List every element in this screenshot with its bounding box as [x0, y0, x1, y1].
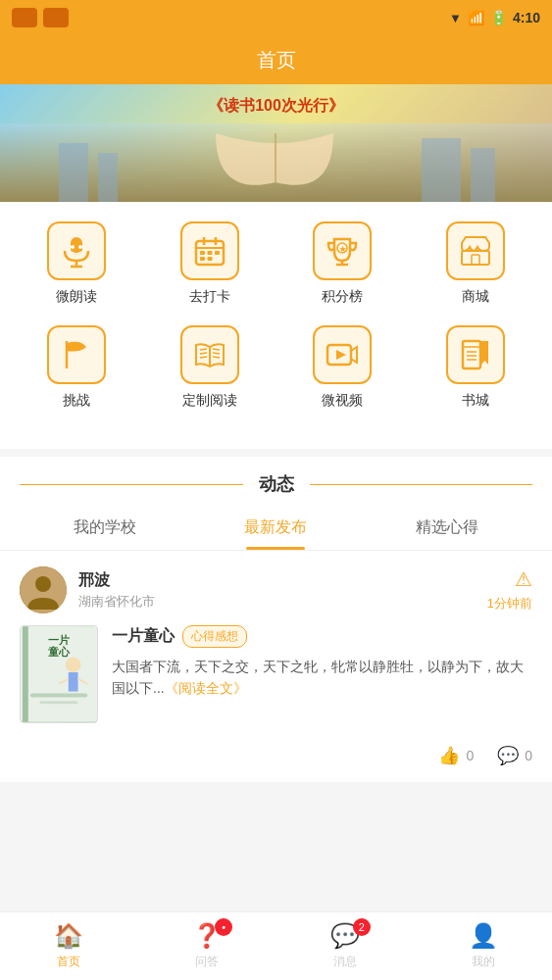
feed-user-info: 邢波 湖南省怀化市 — [78, 570, 155, 611]
qa-badge: • — [215, 918, 232, 936]
profile-label: 我的 — [472, 954, 495, 970]
svg-text:一片: 一片 — [48, 634, 70, 646]
book-title: 一片童心 — [112, 626, 175, 647]
bookopen-icon-item[interactable]: 定制阅读 — [161, 325, 259, 410]
svg-text:★: ★ — [339, 245, 347, 254]
svg-rect-2 — [98, 153, 118, 202]
battery-icon: 🔋 — [490, 10, 507, 25]
microphone-label: 微朗读 — [56, 288, 97, 306]
svg-line-33 — [213, 357, 220, 358]
profile-icon: 👤 — [469, 922, 498, 950]
calendar-icon-item[interactable]: 去打卡 — [161, 221, 259, 306]
svg-rect-46 — [69, 672, 78, 692]
video-svg — [325, 337, 360, 372]
svg-rect-49 — [30, 694, 88, 698]
flag-label: 挑战 — [63, 392, 90, 410]
bookopen-svg — [192, 337, 227, 372]
book-post: 一片 童心 一片童心 心得感想 大国者下流，天下之交，天下之牝，牝常以静胜牡，以… — [20, 625, 532, 723]
home-label: 首页 — [57, 954, 80, 970]
page-title: 首页 — [257, 47, 296, 74]
main-content: 《读书100次光行》 — [0, 84, 552, 851]
book-title-row: 一片童心 心得感想 — [112, 625, 532, 648]
icons-row-2: 挑战 定制阅读 — [10, 325, 542, 410]
svg-point-10 — [78, 245, 82, 249]
book-cover[interactable]: 一片 童心 — [20, 625, 98, 723]
svg-rect-3 — [422, 138, 461, 202]
icons-row-1: 微朗读 去打卡 — [10, 221, 542, 306]
icons-grid: 微朗读 去打卡 — [0, 202, 552, 449]
book-content: 一片童心 心得感想 大国者下流，天下之交，天下之牝，牝常以静胜牡，以静为下，故大… — [112, 625, 532, 723]
svg-rect-15 — [200, 251, 205, 255]
wifi-icon — [449, 10, 462, 25]
shop-label: 商城 — [462, 288, 489, 306]
tab-latest[interactable]: 最新发布 — [190, 506, 361, 550]
comment-button[interactable]: 💬 0 — [497, 745, 532, 766]
banner: 《读书100次光行》 — [0, 84, 552, 202]
bottom-nav: 🏠 首页 ❓ 问答 • 💬 消息 2 👤 我的 — [0, 911, 552, 980]
book-excerpt: 大国者下流，天下之交，天下之牝，牝常以静胜牡，以静为下，故大国以下...《阅读全… — [112, 656, 532, 700]
status-bar: 📶 🔋 4:10 — [0, 0, 552, 35]
action-bar: 👍 0 💬 0 — [20, 737, 532, 766]
svg-line-31 — [213, 349, 220, 350]
bookstore-icon-item[interactable]: 书城 — [427, 325, 525, 410]
svg-rect-17 — [215, 251, 220, 255]
feed-container: 邢波 湖南省怀化市 ⚠ 1分钟前 — [0, 551, 552, 782]
nav-home[interactable]: 🏠 首页 — [29, 922, 108, 970]
messages-label: 消息 — [333, 954, 357, 970]
svg-rect-50 — [40, 701, 78, 704]
svg-text:童心: 童心 — [48, 646, 71, 658]
nav-qa[interactable]: ❓ 问答 • — [168, 922, 246, 970]
calendar-svg — [192, 233, 227, 269]
nav-messages[interactable]: 💬 消息 2 — [306, 922, 384, 970]
avatar-image — [20, 566, 67, 613]
trophy-icon-item[interactable]: ★ 积分榜 — [293, 221, 391, 306]
video-icon-item[interactable]: 微视频 — [293, 325, 391, 410]
svg-rect-36 — [463, 341, 480, 368]
section-title-row: 动态 — [0, 472, 552, 506]
feed-user-left: 邢波 湖南省怀化市 — [20, 566, 155, 613]
microphone-icon-item[interactable]: 微朗读 — [27, 221, 125, 306]
svg-rect-18 — [200, 257, 205, 261]
svg-rect-25 — [472, 255, 479, 265]
svg-line-30 — [200, 357, 207, 358]
bookopen-icon-circle — [180, 325, 239, 384]
svg-rect-44 — [23, 626, 28, 722]
trophy-label: 积分榜 — [322, 288, 363, 306]
book-tag[interactable]: 心得感想 — [182, 625, 247, 648]
tab-my-school[interactable]: 我的学校 — [20, 506, 190, 550]
comment-count: 0 — [525, 748, 532, 763]
section-header: 动态 我的学校 最新发布 精选心得 — [0, 449, 552, 551]
feed-tabs: 我的学校 最新发布 精选心得 — [0, 506, 552, 551]
bookstore-svg — [458, 337, 493, 372]
like-count: 0 — [466, 748, 474, 763]
svg-line-32 — [213, 353, 220, 354]
bookopen-label: 定制阅读 — [182, 392, 237, 410]
like-button[interactable]: 👍 0 — [438, 745, 474, 766]
warning-icon[interactable]: ⚠ — [515, 567, 532, 591]
shop-icon-item[interactable]: 商城 — [427, 221, 525, 306]
feed-meta-right: ⚠ 1分钟前 — [487, 567, 532, 612]
svg-point-42 — [35, 576, 51, 592]
read-more-link[interactable]: 《阅读全文》 — [165, 680, 247, 696]
shop-svg — [458, 233, 493, 269]
svg-marker-35 — [336, 350, 346, 360]
status-square-2 — [43, 8, 69, 27]
microphone-svg — [59, 233, 94, 269]
svg-rect-16 — [207, 251, 212, 255]
feed-user-row: 邢波 湖南省怀化市 ⚠ 1分钟前 — [20, 566, 532, 613]
nav-profile[interactable]: 👤 我的 — [444, 922, 523, 970]
svg-line-28 — [200, 349, 207, 350]
messages-badge: 2 — [353, 918, 371, 936]
app-header: 首页 — [0, 35, 552, 84]
banner-text: 《读书100次光行》 — [208, 96, 344, 117]
tab-selected[interactable]: 精选心得 — [362, 506, 532, 550]
flag-icon-item[interactable]: 挑战 — [27, 325, 125, 410]
calendar-icon-circle — [180, 221, 239, 280]
avatar[interactable] — [20, 566, 67, 613]
home-icon: 🏠 — [54, 922, 83, 950]
flag-icon-circle — [47, 325, 106, 384]
status-square-1 — [12, 8, 37, 27]
video-label: 微视频 — [322, 392, 363, 410]
microphone-icon-circle — [47, 221, 106, 280]
svg-rect-4 — [471, 148, 495, 202]
